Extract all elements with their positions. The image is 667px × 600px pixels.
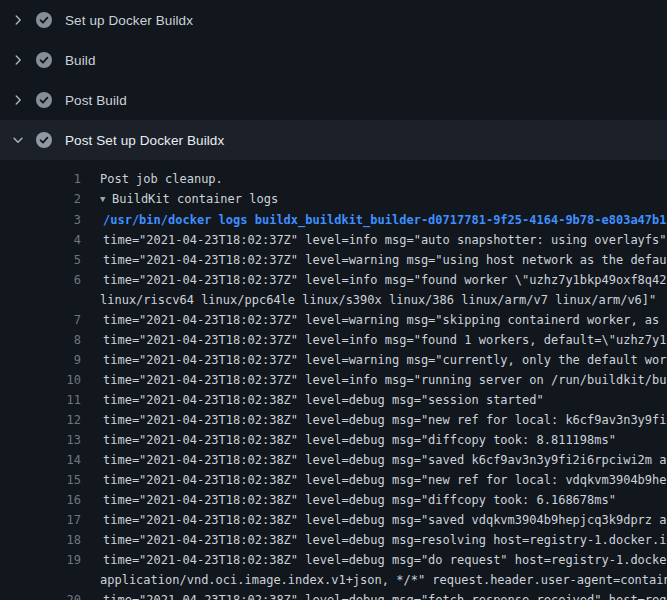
step-list: Set up Docker Buildx Build Post Build Po… xyxy=(0,0,667,160)
step-title: Set up Docker Buildx xyxy=(65,13,193,28)
step-row-set-up-docker-buildx[interactable]: Set up Docker Buildx xyxy=(0,0,667,40)
log-line: 12 time="2021-04-23T18:02:38Z" level=deb… xyxy=(40,410,667,430)
check-circle-icon xyxy=(36,92,52,108)
line-number[interactable]: 16 xyxy=(40,490,81,510)
log-text: time="2021-04-23T18:02:37Z" level=info m… xyxy=(100,330,667,350)
log-text: time="2021-04-23T18:02:38Z" level=debug … xyxy=(100,530,667,550)
log-text: time="2021-04-23T18:02:38Z" level=debug … xyxy=(100,470,667,490)
log-line: 16 time="2021-04-23T18:02:38Z" level=deb… xyxy=(40,490,667,510)
line-number[interactable]: 2 xyxy=(40,189,81,210)
log-line: 9 time="2021-04-23T18:02:37Z" level=warn… xyxy=(40,350,667,370)
line-number[interactable]: 11 xyxy=(40,390,81,410)
line-number[interactable]: 3 xyxy=(40,210,81,230)
log-text: time="2021-04-23T18:02:38Z" level=debug … xyxy=(100,590,667,600)
line-number[interactable]: 17 xyxy=(40,510,81,530)
line-number[interactable]: 6 xyxy=(40,270,81,310)
log-group-header[interactable]: 2 ▼BuildKit container logs xyxy=(40,189,667,210)
log-text-wrapped: linux/riscv64 linux/ppc64le linux/s390x … xyxy=(100,290,667,310)
log-text: time="2021-04-23T18:02:38Z" level=debug … xyxy=(100,490,667,510)
line-number[interactable]: 15 xyxy=(40,470,81,490)
line-number[interactable]: 7 xyxy=(40,310,81,330)
step-row-post-set-up-docker-buildx[interactable]: Post Set up Docker Buildx xyxy=(0,120,667,160)
log-text: time="2021-04-23T18:02:37Z" level=info m… xyxy=(100,270,667,290)
chevron-down-icon[interactable] xyxy=(10,132,26,148)
line-number[interactable]: 4 xyxy=(40,230,81,250)
log-line: 15 time="2021-04-23T18:02:38Z" level=deb… xyxy=(40,470,667,490)
log-line: 4 time="2021-04-23T18:02:37Z" level=info… xyxy=(40,230,667,250)
check-circle-icon xyxy=(36,52,52,68)
step-title: Build xyxy=(65,53,96,68)
step-row-post-build[interactable]: Post Build xyxy=(0,80,667,120)
log-text: time="2021-04-23T18:02:37Z" level=warnin… xyxy=(100,350,667,370)
log-line: 13 time="2021-04-23T18:02:38Z" level=deb… xyxy=(40,430,667,450)
group-collapse-triangle-icon[interactable]: ▼ xyxy=(100,189,112,209)
log-line: 18 time="2021-04-23T18:02:38Z" level=deb… xyxy=(40,530,667,550)
log-viewer: 1 Post job cleanup. 2 ▼BuildKit containe… xyxy=(0,160,667,600)
log-text: time="2021-04-23T18:02:37Z" level=warnin… xyxy=(100,310,667,330)
log-text-wrapped: application/vnd.oci.image.index.v1+json,… xyxy=(100,570,667,590)
log-text: ▼BuildKit container logs xyxy=(100,189,667,210)
log-text: Post job cleanup. xyxy=(100,169,667,189)
log-line: 7 time="2021-04-23T18:02:37Z" level=warn… xyxy=(40,310,667,330)
line-number[interactable]: 9 xyxy=(40,350,81,370)
log-text: time="2021-04-23T18:02:37Z" level=warnin… xyxy=(100,250,667,270)
log-line: 6 time="2021-04-23T18:02:37Z" level=info… xyxy=(40,270,667,310)
log-line: 1 Post job cleanup. xyxy=(40,169,667,189)
line-number[interactable]: 13 xyxy=(40,430,81,450)
line-number[interactable]: 19 xyxy=(40,550,81,590)
log-text: time="2021-04-23T18:02:37Z" level=info m… xyxy=(100,230,667,250)
log-text: time="2021-04-23T18:02:38Z" level=debug … xyxy=(100,450,667,470)
chevron-right-icon[interactable] xyxy=(10,12,26,28)
line-number[interactable]: 5 xyxy=(40,250,81,270)
log-line: 11 time="2021-04-23T18:02:38Z" level=deb… xyxy=(40,390,667,410)
line-number[interactable]: 12 xyxy=(40,410,81,430)
log-text: time="2021-04-23T18:02:38Z" level=debug … xyxy=(100,390,667,410)
line-number[interactable]: 18 xyxy=(40,530,81,550)
chevron-right-icon[interactable] xyxy=(10,52,26,68)
log-text: time="2021-04-23T18:02:37Z" level=info m… xyxy=(100,370,667,390)
log-line: 10 time="2021-04-23T18:02:37Z" level=inf… xyxy=(40,370,667,390)
step-title: Post Set up Docker Buildx xyxy=(65,133,224,148)
log-line: 5 time="2021-04-23T18:02:37Z" level=warn… xyxy=(40,250,667,270)
line-number[interactable]: 1 xyxy=(40,169,81,189)
step-row-build[interactable]: Build xyxy=(0,40,667,80)
log-line: 17 time="2021-04-23T18:02:38Z" level=deb… xyxy=(40,510,667,530)
line-number[interactable]: 8 xyxy=(40,330,81,350)
line-number[interactable]: 14 xyxy=(40,450,81,470)
log-line: 20 time="2021-04-23T18:02:38Z" level=deb… xyxy=(40,590,667,600)
log-text: time="2021-04-23T18:02:38Z" level=debug … xyxy=(100,430,667,450)
line-number[interactable]: 20 xyxy=(40,590,81,600)
group-label: BuildKit container logs xyxy=(112,192,278,206)
log-line: 3 /usr/bin/docker logs buildx_buildkit_b… xyxy=(40,210,667,230)
log-text: time="2021-04-23T18:02:38Z" level=debug … xyxy=(100,410,667,430)
log-line: 19 time="2021-04-23T18:02:38Z" level=deb… xyxy=(40,550,667,590)
check-circle-icon xyxy=(36,12,52,28)
line-number[interactable]: 10 xyxy=(40,370,81,390)
log-text: time="2021-04-23T18:02:38Z" level=debug … xyxy=(100,510,667,530)
log-line: 8 time="2021-04-23T18:02:37Z" level=info… xyxy=(40,330,667,350)
log-line: 14 time="2021-04-23T18:02:38Z" level=deb… xyxy=(40,450,667,470)
log-text: time="2021-04-23T18:02:38Z" level=debug … xyxy=(100,550,667,570)
check-circle-icon xyxy=(36,132,52,148)
step-title: Post Build xyxy=(65,93,127,108)
chevron-right-icon[interactable] xyxy=(10,92,26,108)
log-command-text: /usr/bin/docker logs buildx_buildkit_bui… xyxy=(100,210,667,230)
